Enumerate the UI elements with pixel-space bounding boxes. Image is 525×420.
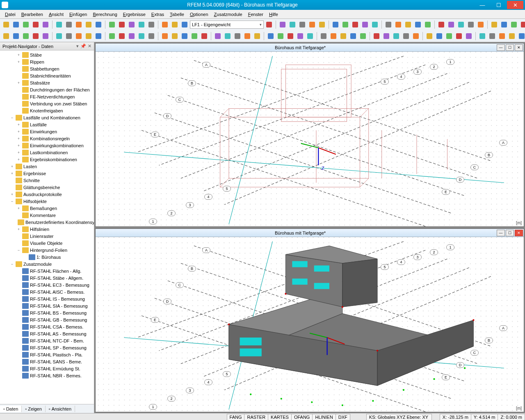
toolbar-button[interactable]: [331, 20, 340, 29]
snap-hlinien[interactable]: HLINIEN: [312, 414, 336, 420]
tree-item[interactable]: RF-STAHL SANS - Beme.: [0, 358, 94, 365]
toolbar-button[interactable]: [190, 32, 199, 41]
tree-item[interactable]: Linienraster: [0, 233, 94, 240]
tree-item[interactable]: 1: Bürohaus: [0, 253, 94, 260]
toolbar-button[interactable]: [94, 20, 103, 29]
toolbar-button[interactable]: [11, 32, 21, 41]
tree-item[interactable]: RF-STAHL SIA - Bemessung: [0, 302, 94, 309]
snap-fang[interactable]: FANG: [227, 414, 245, 420]
toolbar-button[interactable]: [339, 32, 348, 41]
tree-item[interactable]: FE-Netzverdichtungen: [0, 93, 94, 100]
menu-optionen[interactable]: Optionen: [187, 11, 211, 18]
menu-ansicht[interactable]: Ansicht: [46, 11, 66, 18]
loadcase-dropdown[interactable]: LF1 - Eigengewicht: [190, 21, 264, 29]
toolbar-button[interactable]: [266, 32, 275, 41]
toolbar-button[interactable]: [170, 20, 179, 29]
snap-ofang[interactable]: OFANG: [291, 414, 313, 420]
tree-item[interactable]: RF-STAHL SP - Bemessung: [0, 344, 94, 351]
tree-item[interactable]: Knotenfreigaben: [0, 107, 94, 114]
tree-item[interactable]: RF-STAHL Ermüdung St.: [0, 365, 94, 372]
toolbar-button[interactable]: [425, 32, 434, 41]
toolbar-button[interactable]: [392, 32, 401, 41]
toolbar-button[interactable]: [127, 32, 136, 41]
toolbar-button[interactable]: [233, 32, 242, 41]
tree-item[interactable]: Stabnichtlinearitäten: [0, 72, 94, 79]
toolbar-button[interactable]: [404, 20, 413, 29]
tree-item[interactable]: Glättungsbereiche: [0, 184, 94, 191]
view-close-2[interactable]: ✕: [515, 230, 523, 236]
toolbar-button[interactable]: [402, 32, 411, 41]
toolbar-button[interactable]: [382, 32, 391, 41]
toolbar-button[interactable]: [286, 32, 295, 41]
toolbar-button[interactable]: [457, 20, 466, 29]
toolbar-button[interactable]: [137, 20, 146, 29]
toolbar-button[interactable]: [84, 32, 93, 41]
toolbar-button[interactable]: [384, 20, 393, 29]
tree-item[interactable]: Stabbettungen: [0, 65, 94, 72]
toolbar-button[interactable]: [170, 32, 179, 41]
menu-zusatzmodule[interactable]: Zusatzmodule: [212, 11, 245, 18]
toolbar-button[interactable]: [517, 32, 525, 41]
tree-item[interactable]: Visuelle Objekte: [0, 240, 94, 247]
tree-item[interactable]: −Hintergrund-Folien: [0, 247, 94, 253]
view-min-2[interactable]: —: [497, 230, 505, 236]
toolbar-button[interactable]: [213, 32, 222, 41]
toolbar-button[interactable]: [55, 20, 64, 29]
tree-item[interactable]: RF-STAHL BS - Bemessung: [0, 309, 94, 316]
tree-item[interactable]: RF-STAHL Flächen - Allg.: [0, 267, 94, 274]
toolbar-button[interactable]: [276, 32, 285, 41]
snap-kartes[interactable]: KARTES: [268, 414, 292, 420]
toolbar-button[interactable]: [21, 32, 30, 41]
toolbar-button[interactable]: [265, 20, 274, 29]
tree-item[interactable]: RF-STAHL Stäbe - Allgem.: [0, 274, 94, 281]
minimize-button[interactable]: —: [474, 1, 491, 9]
toolbar-button[interactable]: [298, 20, 307, 29]
tree-item[interactable]: RF-STAHL GB - Bemessung: [0, 316, 94, 323]
toolbar-button[interactable]: [2, 20, 11, 29]
view-min-1[interactable]: —: [497, 44, 505, 51]
toolbar-button[interactable]: [358, 32, 368, 41]
tree-item[interactable]: +Ausdruckprotokolle: [0, 191, 94, 198]
toolbar-button[interactable]: [478, 32, 487, 41]
tree-item[interactable]: RF-STAHL AS - Bemessung: [0, 330, 94, 337]
tree-item[interactable]: Benutzerdefiniertes Koordinatensystem: [0, 219, 94, 226]
tree-item[interactable]: +Stäbe: [0, 51, 94, 58]
tree-item[interactable]: +Bemaßungen: [0, 205, 94, 212]
tree-item[interactable]: +Einwirkungskombinationen: [0, 142, 94, 149]
toolbar-button[interactable]: [223, 32, 232, 41]
toolbar-button[interactable]: [74, 20, 83, 29]
tree-item[interactable]: +Ergebniskombinationen: [0, 156, 94, 163]
tree-item[interactable]: Durchdringungen der Flächen: [0, 86, 94, 93]
toolbar-button[interactable]: [372, 32, 381, 41]
toolbar-button[interactable]: [278, 20, 287, 29]
toolbar-button[interactable]: [107, 20, 116, 29]
toolbar-button[interactable]: [411, 32, 420, 41]
toolbar-button[interactable]: [84, 20, 93, 29]
tree-item[interactable]: RF-STAHL Plastisch - Pla.: [0, 351, 94, 358]
tree-item[interactable]: RF-STAHL IS - Bemessung: [0, 295, 94, 302]
toolbar-button[interactable]: [464, 32, 473, 41]
view-max-1[interactable]: ☐: [506, 44, 514, 51]
toolbar-button[interactable]: [55, 32, 64, 41]
toolbar-button[interactable]: [361, 20, 370, 29]
toolbar-button[interactable]: [435, 32, 444, 41]
toolbar-button[interactable]: [160, 20, 169, 29]
toolbar-button[interactable]: [490, 20, 499, 29]
toolbar-button[interactable]: [74, 32, 83, 41]
toolbar-button[interactable]: [317, 20, 326, 29]
toolbar-button[interactable]: [127, 20, 136, 29]
toolbar-button[interactable]: [147, 20, 156, 29]
view-body-2[interactable]: [m] AABBCCDDEE1122334455: [96, 237, 524, 412]
tree-item[interactable]: +Lasten: [0, 163, 94, 170]
tree-item[interactable]: +Hilfslinien: [0, 226, 94, 233]
nav-tab-ansichten[interactable]: ▫Ansichten: [46, 406, 75, 412]
toolbar-button[interactable]: [319, 32, 328, 41]
tree-item[interactable]: RF-STAHL NTC-DF - Bem.: [0, 337, 94, 344]
view-body-1[interactable]: Z [m] AABBCCDDEE1122334455: [96, 52, 524, 226]
toolbar-button[interactable]: [306, 32, 315, 41]
view-max-2[interactable]: ☐: [506, 230, 514, 236]
tree-item[interactable]: +Einwirkungen: [0, 128, 94, 135]
toolbar-button[interactable]: [308, 20, 317, 29]
tree-item[interactable]: RF-STAHL CSA - Bemess.: [0, 323, 94, 330]
tree-item[interactable]: RF-STAHL NBR - Bemes.: [0, 372, 94, 379]
